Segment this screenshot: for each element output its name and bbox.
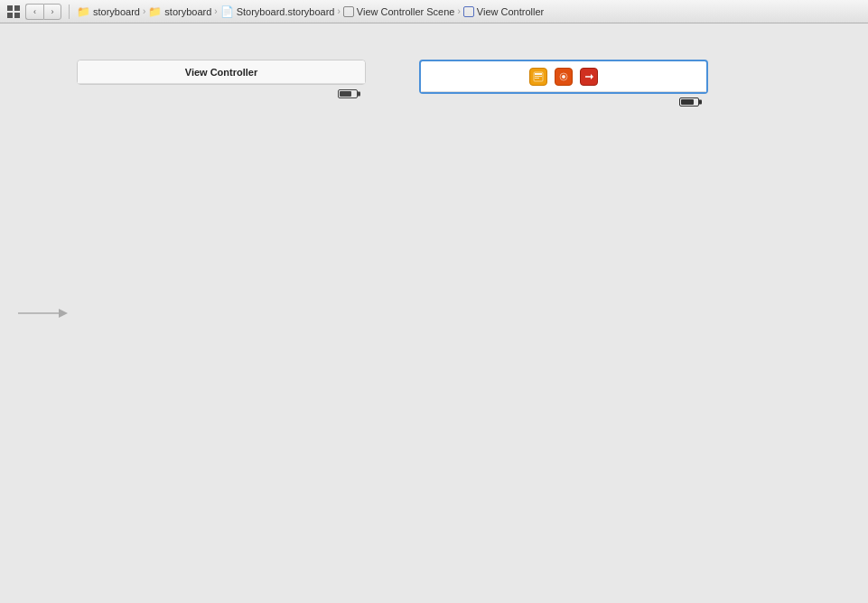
breadcrumb-label-4: View Controller Scene <box>357 6 455 17</box>
nav-forward-button[interactable]: › <box>43 4 61 20</box>
breadcrumb: 📁 storyboard › 📁 storyboard › 📄 Storyboa… <box>77 5 544 18</box>
svg-rect-0 <box>7 5 13 11</box>
breadcrumb-sep-4: › <box>457 6 460 16</box>
breadcrumb-item-storyboardfile[interactable]: 📄 Storyboard.storyboard <box>220 5 335 18</box>
svg-rect-8 <box>535 76 542 77</box>
nav-back-button[interactable]: ‹ <box>25 4 43 20</box>
breadcrumb-sep-2: › <box>214 6 217 16</box>
breadcrumb-item-vc[interactable]: View Controller <box>463 6 544 17</box>
nav-buttons: ‹ › <box>25 4 61 20</box>
folder-icon-2: 📁 <box>148 5 162 18</box>
svg-marker-5 <box>59 309 68 318</box>
breadcrumb-label-3: Storyboard.storyboard <box>237 6 335 17</box>
storyboard-file-icon: 📄 <box>220 5 234 18</box>
breadcrumb-sep-3: › <box>338 6 341 16</box>
vc-icon <box>463 6 474 17</box>
breadcrumb-item-vc-scene[interactable]: View Controller Scene <box>343 6 455 17</box>
left-vc-title-bar: View Controller <box>78 60 365 84</box>
right-vc-battery <box>679 97 699 107</box>
grid-icon[interactable] <box>5 4 22 20</box>
breadcrumb-label-5: View Controller <box>477 6 544 17</box>
vc-icon-yellow[interactable] <box>529 68 547 86</box>
vc-icon-red[interactable] <box>580 68 598 86</box>
vc-icon-orange[interactable] <box>555 68 573 86</box>
canvas: View Controller <box>0 23 868 603</box>
breadcrumb-label-2: storyboard <box>164 6 211 17</box>
entry-arrow <box>18 304 68 322</box>
svg-marker-13 <box>591 74 593 79</box>
svg-rect-1 <box>14 5 20 11</box>
left-vc-battery <box>338 89 358 98</box>
svg-rect-9 <box>535 78 539 79</box>
toolbar: ‹ › 📁 storyboard › 📁 storyboard › 📄 Stor… <box>0 0 868 23</box>
left-view-controller[interactable]: View Controller <box>77 60 366 85</box>
svg-point-11 <box>562 75 565 79</box>
scene-icon <box>343 6 354 17</box>
toolbar-divider <box>69 5 70 19</box>
right-vc-header <box>421 61 706 92</box>
breadcrumb-item-storyboard1[interactable]: 📁 storyboard <box>77 5 140 18</box>
svg-rect-2 <box>7 13 13 18</box>
svg-rect-3 <box>14 13 20 18</box>
breadcrumb-sep-1: › <box>143 6 145 16</box>
breadcrumb-label-1: storyboard <box>93 6 140 17</box>
left-vc-title: View Controller <box>185 67 257 78</box>
right-view-controller[interactable] <box>419 60 708 94</box>
folder-icon-1: 📁 <box>77 5 90 18</box>
breadcrumb-item-storyboard2[interactable]: 📁 storyboard <box>148 5 211 18</box>
svg-rect-7 <box>535 73 542 75</box>
